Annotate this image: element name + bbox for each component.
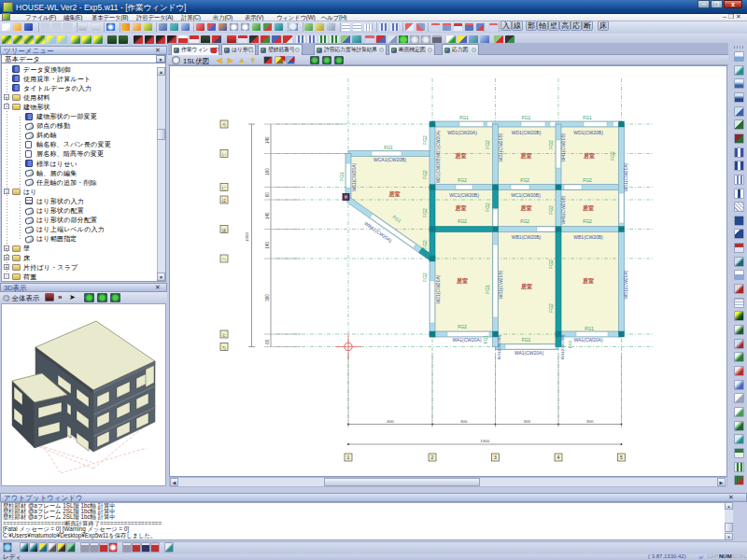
svg-text:ち: ち — [222, 345, 227, 350]
svg-text:居室: 居室 — [456, 277, 468, 285]
svg-text:FG2: FG2 — [583, 218, 592, 224]
svg-text:FG1: FG1 — [485, 285, 490, 294]
svg-text:居室: 居室 — [520, 283, 532, 290]
svg-text:FG2: FG2 — [583, 177, 592, 183]
svg-text:居室: 居室 — [582, 204, 594, 212]
svg-text:W51(CW20A): W51(CW20A) — [623, 162, 628, 191]
svg-text:FG2: FG2 — [520, 177, 529, 183]
svg-text:居室: 居室 — [520, 204, 532, 212]
svg-text:FG1: FG1 — [484, 335, 488, 343]
svg-text:へ: へ — [222, 257, 227, 261]
svg-text:い: い — [222, 152, 227, 157]
svg-text:WCA1(CW20B): WCA1(CW20B) — [374, 157, 406, 162]
svg-text:W41(CW20B): W41(CW20B) — [560, 133, 566, 161]
svg-text:ろ: ろ — [222, 122, 227, 127]
svg-text:に: に — [222, 186, 227, 190]
svg-text:60: 60 — [265, 339, 270, 344]
svg-text:FG2: FG2 — [485, 203, 490, 212]
svg-text:W31(CW20B): W31(CW20B) — [498, 133, 503, 161]
svg-text:4: 4 — [557, 455, 560, 460]
svg-text:W21(CW20B)W21(CW20A): W21(CW20B)W21(CW20A) — [436, 130, 441, 183]
svg-text:2: 2 — [431, 455, 434, 460]
svg-text:300: 300 — [524, 419, 531, 424]
svg-text:FG1: FG1 — [585, 326, 594, 331]
svg-text:FG1: FG1 — [459, 115, 469, 120]
svg-text:WA1(CW20A): WA1(CW20A) — [573, 337, 603, 343]
svg-text:1300: 1300 — [480, 439, 489, 443]
svg-text:FG2: FG2 — [548, 140, 554, 149]
svg-text:居室: 居室 — [455, 152, 467, 160]
svg-text:居室: 居室 — [582, 277, 594, 285]
svg-text:FG2: FG2 — [422, 170, 428, 179]
svg-text:WA1(CW20A): WA1(CW20A) — [452, 337, 482, 343]
svg-text:WD1(CW20B): WD1(CW20B) — [573, 130, 603, 135]
svg-text:FG2: FG2 — [568, 340, 572, 348]
svg-text:FG2: FG2 — [485, 140, 490, 149]
svg-text:W31(CW20B): W31(CW20B) — [498, 270, 503, 299]
svg-text:FG2: FG2 — [422, 240, 428, 249]
svg-text:FG1: FG1 — [522, 337, 531, 343]
svg-text:300: 300 — [460, 419, 468, 424]
svg-text:W21(CW20A): W21(CW20A) — [435, 274, 441, 303]
svg-text:WB1(CW20B): WB1(CW20B) — [512, 234, 542, 240]
svg-text:5: 5 — [620, 455, 623, 460]
svg-text:WD1(CW20B): WD1(CW20B) — [512, 130, 542, 135]
svg-text:と: と — [222, 332, 227, 337]
svg-text:FG2: FG2 — [458, 177, 467, 183]
svg-text:居室: 居室 — [583, 152, 595, 160]
svg-text:W41(CW20B): W41(CW20B) — [560, 195, 566, 224]
svg-text:FG1: FG1 — [522, 115, 531, 120]
svg-text:居室: 居室 — [520, 152, 532, 160]
svg-text:360: 360 — [265, 294, 270, 301]
svg-text:1000: 1000 — [245, 232, 249, 242]
svg-text:W51(CW20A): W51(CW20A) — [623, 270, 628, 299]
svg-text:FG1: FG1 — [339, 172, 345, 181]
svg-text:WC1(CW20B): WC1(CW20B) — [511, 192, 541, 198]
svg-text:FG1: FG1 — [384, 145, 393, 150]
svg-text:FG2: FG2 — [520, 218, 529, 224]
svg-text:140: 140 — [265, 212, 270, 219]
svg-text:60: 60 — [265, 192, 270, 198]
svg-text:WB1(CW20B): WB1(CW20B) — [573, 234, 603, 240]
svg-text:140: 140 — [265, 242, 270, 249]
svg-text:FG2: FG2 — [458, 218, 467, 224]
svg-text:1: 1 — [347, 455, 350, 460]
svg-text:FG2: FG2 — [422, 273, 428, 282]
svg-text:FG2: FG2 — [458, 324, 467, 329]
svg-text:W41(CW20B): W41(CW20B) — [560, 334, 565, 360]
svg-text:WA1(CW20A): WA1(CW20A) — [514, 350, 544, 356]
svg-text:160: 160 — [265, 168, 270, 175]
svg-text:W11(CW20A): W11(CW20A) — [351, 162, 357, 191]
svg-text:FG2: FG2 — [422, 135, 428, 145]
svg-text:W31(CW20B): W31(CW20B) — [497, 334, 501, 360]
svg-text:WD1(CW20A): WD1(CW20A) — [447, 130, 477, 135]
svg-text:FG2: FG2 — [548, 259, 554, 269]
svg-text:居室: 居室 — [455, 204, 467, 212]
svg-text:FG2: FG2 — [548, 205, 554, 215]
svg-text:FG1: FG1 — [583, 115, 592, 120]
svg-text:WC1(CW20B): WC1(CW20B) — [449, 192, 479, 198]
svg-text:140: 140 — [265, 136, 270, 144]
svg-text:FG2: FG2 — [422, 208, 428, 217]
svg-text:400: 400 — [387, 419, 394, 424]
svg-text:FG2: FG2 — [548, 303, 554, 313]
svg-text:居室: 居室 — [388, 190, 401, 198]
svg-text:FG2: FG2 — [610, 151, 615, 161]
svg-text:3: 3 — [494, 455, 497, 460]
svg-text:300: 300 — [586, 419, 594, 424]
